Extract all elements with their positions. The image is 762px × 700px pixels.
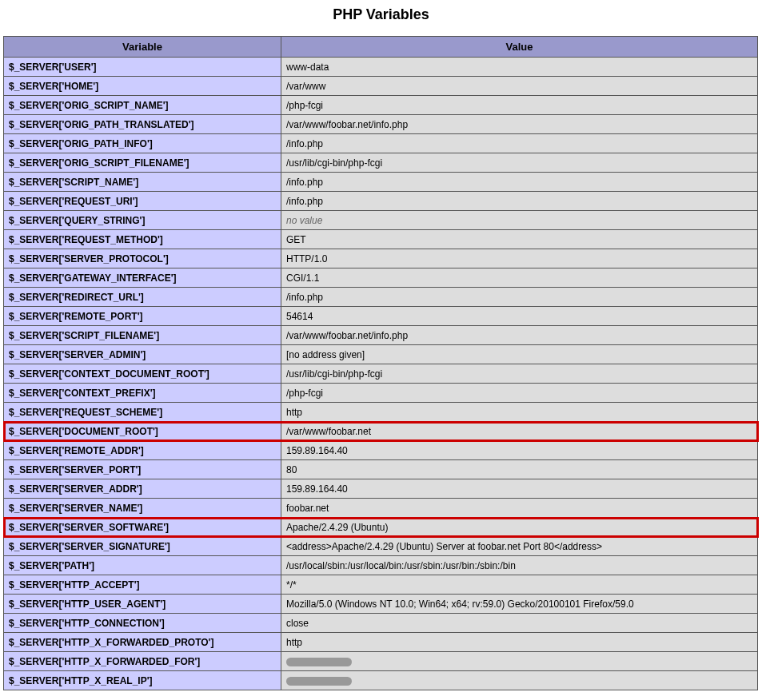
value-cell: www-data	[281, 58, 758, 77]
variable-cell: $_SERVER['REQUEST_SCHEME']	[4, 403, 281, 422]
table-row: $_SERVER['SERVER_SIGNATURE']<address>Apa…	[4, 537, 758, 556]
variable-cell: $_SERVER['SCRIPT_NAME']	[4, 173, 281, 192]
value-cell	[281, 652, 758, 671]
table-row: $_SERVER['ORIG_PATH_TRANSLATED']/var/www…	[4, 115, 758, 134]
table-row: $_SERVER['SERVER_SOFTWARE']Apache/2.4.29…	[4, 518, 758, 537]
table-row: $_SERVER['REDIRECT_URL']/info.php	[4, 288, 758, 307]
variable-cell: $_SERVER['REDIRECT_URL']	[4, 288, 281, 307]
variable-cell: $_SERVER['CONTEXT_PREFIX']	[4, 384, 281, 403]
value-cell: */*	[281, 575, 758, 595]
variable-cell: $_SERVER['SCRIPT_FILENAME']	[4, 326, 281, 345]
table-row: $_SERVER['ORIG_SCRIPT_FILENAME']/usr/lib…	[4, 153, 758, 173]
table-row: $_SERVER['QUERY_STRING']no value	[4, 211, 758, 230]
variable-cell: $_SERVER['HTTP_CONNECTION']	[4, 614, 281, 633]
table-row: $_SERVER['SERVER_ADDR']159.89.164.40	[4, 479, 758, 499]
variable-cell: $_SERVER['ORIG_SCRIPT_FILENAME']	[4, 153, 281, 173]
value-cell: 159.89.164.40	[281, 441, 758, 460]
value-cell: /var/www/foobar.net/info.php	[281, 326, 758, 345]
variable-cell: $_SERVER['QUERY_STRING']	[4, 211, 281, 230]
variable-cell: $_SERVER['SERVER_NAME']	[4, 499, 281, 518]
value-cell: CGI/1.1	[281, 268, 758, 288]
variable-cell: $_SERVER['REMOTE_PORT']	[4, 307, 281, 326]
variable-cell: $_SERVER['GATEWAY_INTERFACE']	[4, 268, 281, 288]
value-cell: Mozilla/5.0 (Windows NT 10.0; Win64; x64…	[281, 595, 758, 614]
variable-cell: $_SERVER['HTTP_X_FORWARDED_FOR']	[4, 652, 281, 671]
value-cell: no value	[281, 211, 758, 230]
table-row: $_SERVER['ORIG_SCRIPT_NAME']/php-fcgi	[4, 96, 758, 115]
variable-cell: $_SERVER['SERVER_PROTOCOL']	[4, 249, 281, 268]
table-row: $_SERVER['PATH']/usr/local/sbin:/usr/loc…	[4, 556, 758, 575]
variable-cell: $_SERVER['ORIG_SCRIPT_NAME']	[4, 96, 281, 115]
value-cell: 80	[281, 460, 758, 479]
table-row: $_SERVER['SERVER_PORT']80	[4, 460, 758, 479]
value-cell: Apache/2.4.29 (Ubuntu)	[281, 518, 758, 537]
redacted-value	[286, 677, 352, 686]
table-row: $_SERVER['SERVER_PROTOCOL']HTTP/1.0	[4, 249, 758, 268]
table-row: $_SERVER['HTTP_X_FORWARDED_FOR']	[4, 652, 758, 671]
table-row: $_SERVER['REMOTE_ADDR']159.89.164.40	[4, 441, 758, 460]
value-cell: /var/www	[281, 77, 758, 96]
value-cell: /usr/lib/cgi-bin/php-fcgi	[281, 153, 758, 173]
value-cell: /info.php	[281, 173, 758, 192]
variable-cell: $_SERVER['ORIG_PATH_TRANSLATED']	[4, 115, 281, 134]
table-row: $_SERVER['SERVER_NAME']foobar.net	[4, 499, 758, 518]
value-cell: /info.php	[281, 288, 758, 307]
value-cell: /php-fcgi	[281, 384, 758, 403]
variable-cell: $_SERVER['SERVER_ADDR']	[4, 479, 281, 499]
value-cell: 159.89.164.40	[281, 479, 758, 499]
table-row: $_SERVER['HTTP_X_REAL_IP']	[4, 671, 758, 690]
table-row: $_SERVER['REQUEST_SCHEME']http	[4, 403, 758, 422]
value-cell: /php-fcgi	[281, 96, 758, 115]
variable-cell: $_SERVER['HOME']	[4, 77, 281, 96]
variable-cell: $_SERVER['SERVER_SOFTWARE']	[4, 518, 281, 537]
value-cell: /var/www/foobar.net	[281, 422, 758, 441]
variable-cell: $_SERVER['HTTP_ACCEPT']	[4, 575, 281, 595]
value-cell: /info.php	[281, 134, 758, 153]
table-row: $_SERVER['CONTEXT_DOCUMENT_ROOT']/usr/li…	[4, 364, 758, 384]
variable-cell: $_SERVER['USER']	[4, 58, 281, 77]
table-row: $_SERVER['USER']www-data	[4, 58, 758, 77]
table-row: $_SERVER['REMOTE_PORT']54614	[4, 307, 758, 326]
variable-cell: $_SERVER['HTTP_X_FORWARDED_PROTO']	[4, 633, 281, 652]
variable-cell: $_SERVER['ORIG_PATH_INFO']	[4, 134, 281, 153]
value-cell: [no address given]	[281, 345, 758, 364]
variable-cell: $_SERVER['SERVER_ADMIN']	[4, 345, 281, 364]
value-cell: http	[281, 633, 758, 652]
table-row: $_SERVER['REQUEST_METHOD']GET	[4, 230, 758, 249]
table-row: $_SERVER['SCRIPT_NAME']/info.php	[4, 173, 758, 192]
table-header-row: Variable Value	[4, 37, 758, 58]
value-cell: close	[281, 614, 758, 633]
value-cell: http	[281, 403, 758, 422]
variable-cell: $_SERVER['REQUEST_METHOD']	[4, 230, 281, 249]
value-cell: GET	[281, 230, 758, 249]
variable-cell: $_SERVER['SERVER_SIGNATURE']	[4, 537, 281, 556]
value-cell: <address>Apache/2.4.29 (Ubuntu) Server a…	[281, 537, 758, 556]
table-row: $_SERVER['HTTP_X_FORWARDED_PROTO']http	[4, 633, 758, 652]
variable-cell: $_SERVER['REMOTE_ADDR']	[4, 441, 281, 460]
table-row: $_SERVER['ORIG_PATH_INFO']/info.php	[4, 134, 758, 153]
value-cell: 54614	[281, 307, 758, 326]
redacted-value	[286, 658, 352, 666]
table-row: $_SERVER['DOCUMENT_ROOT']/var/www/foobar…	[4, 422, 758, 441]
table-row: $_SERVER['HOME']/var/www	[4, 77, 758, 96]
table-row: $_SERVER['GATEWAY_INTERFACE']CGI/1.1	[4, 268, 758, 288]
variable-cell: $_SERVER['SERVER_PORT']	[4, 460, 281, 479]
table-row: $_SERVER['HTTP_CONNECTION']close	[4, 614, 758, 633]
value-cell: /var/www/foobar.net/info.php	[281, 115, 758, 134]
table-row: $_SERVER['REQUEST_URI']/info.php	[4, 192, 758, 211]
variable-cell: $_SERVER['PATH']	[4, 556, 281, 575]
php-variables-table: Variable Value $_SERVER['USER']www-data$…	[3, 36, 758, 690]
table-row: $_SERVER['SCRIPT_FILENAME']/var/www/foob…	[4, 326, 758, 345]
table-row: $_SERVER['HTTP_USER_AGENT']Mozilla/5.0 (…	[4, 595, 758, 614]
variable-cell: $_SERVER['REQUEST_URI']	[4, 192, 281, 211]
table-row: $_SERVER['HTTP_ACCEPT']*/*	[4, 575, 758, 595]
value-cell: foobar.net	[281, 499, 758, 518]
variable-cell: $_SERVER['HTTP_USER_AGENT']	[4, 595, 281, 614]
value-cell: /usr/local/sbin:/usr/local/bin:/usr/sbin…	[281, 556, 758, 575]
variable-cell: $_SERVER['HTTP_X_REAL_IP']	[4, 671, 281, 690]
variable-cell: $_SERVER['CONTEXT_DOCUMENT_ROOT']	[4, 364, 281, 384]
header-variable: Variable	[4, 37, 281, 58]
value-cell: /usr/lib/cgi-bin/php-fcgi	[281, 364, 758, 384]
value-cell: HTTP/1.0	[281, 249, 758, 268]
value-cell	[281, 671, 758, 690]
